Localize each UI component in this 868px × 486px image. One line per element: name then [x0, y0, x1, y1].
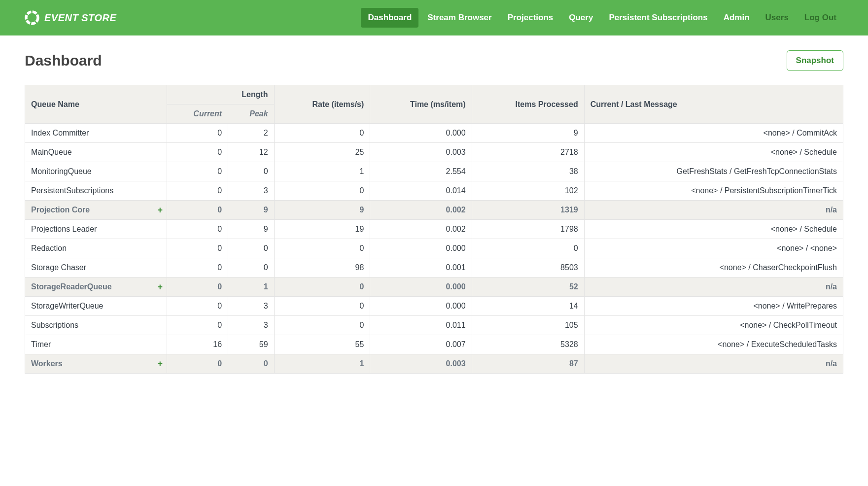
nav-link-persistent-subscriptions[interactable]: Persistent Subscriptions [602, 8, 714, 28]
queue-time: 0.014 [370, 181, 472, 201]
queue-rate: 9 [274, 201, 370, 220]
brand-text: EVENT STORE [44, 12, 116, 24]
nav-link-admin[interactable]: Admin [717, 8, 757, 28]
nav-links: DashboardStream BrowserProjectionsQueryP… [361, 8, 843, 28]
queue-message: n/a [584, 354, 843, 374]
table-row: Redaction0000.0000<none> / <none> [25, 239, 843, 258]
nav-link-query[interactable]: Query [562, 8, 600, 28]
queue-rate: 1 [274, 354, 370, 374]
queue-message: <none> / CommitAck [584, 124, 843, 143]
table-row: Index Committer0200.0009<none> / CommitA… [25, 124, 843, 143]
queue-length-peak: 9 [228, 201, 274, 220]
queue-message: <none> / ChaserCheckpointFlush [584, 258, 843, 278]
nav-link-projections[interactable]: Projections [501, 8, 560, 28]
queue-length-peak: 3 [228, 316, 274, 335]
nav-link-users[interactable]: Users [759, 8, 796, 28]
queue-message: <none> / PersistentSubscriptionTimerTick [584, 181, 843, 201]
queue-name-cell: MainQueue [25, 143, 167, 162]
col-queue-name: Queue Name [25, 85, 167, 124]
table-body: Index Committer0200.0009<none> / CommitA… [25, 124, 843, 374]
table-row: MonitoringQueue0012.55438GetFreshStats /… [25, 162, 843, 181]
table-row: Timer1659550.0075328<none> / ExecuteSche… [25, 335, 843, 354]
top-nav: EVENT STORE DashboardStream BrowserProje… [0, 0, 868, 35]
queue-items-processed: 52 [472, 278, 584, 297]
nav-link-log-out[interactable]: Log Out [798, 8, 843, 28]
queue-name-text: MainQueue [31, 148, 72, 156]
queue-items-processed: 1798 [472, 220, 584, 239]
queue-time: 0.000 [370, 239, 472, 258]
queue-time: 0.011 [370, 316, 472, 335]
page-title: Dashboard [25, 52, 102, 69]
queue-length-peak: 0 [228, 258, 274, 278]
queue-time: 0.002 [370, 201, 472, 220]
queue-name-cell[interactable]: StorageReaderQueue+ [25, 278, 167, 297]
queue-name-text: Timer [31, 340, 51, 348]
queue-message: <none> / Schedule [584, 220, 843, 239]
queue-rate: 0 [274, 297, 370, 316]
nav-link-stream-browser[interactable]: Stream Browser [420, 8, 498, 28]
table-row: StorageReaderQueue+0100.00052n/a [25, 278, 843, 297]
queue-length-current: 0 [167, 239, 228, 258]
queue-name-cell[interactable]: Workers+ [25, 354, 167, 374]
snapshot-button[interactable]: Snapshot [787, 50, 843, 71]
svg-point-0 [26, 12, 38, 24]
queue-time: 0.003 [370, 354, 472, 374]
queue-name-text: StorageWriterQueue [31, 302, 103, 310]
queue-name-cell: PersistentSubscriptions [25, 181, 167, 201]
queue-name-text: PersistentSubscriptions [31, 186, 113, 195]
expand-icon[interactable]: + [158, 205, 163, 215]
queue-length-current: 0 [167, 258, 228, 278]
queue-time: 0.000 [370, 124, 472, 143]
queue-items-processed: 9 [472, 124, 584, 143]
queue-items-processed: 105 [472, 316, 584, 335]
nav-link-dashboard[interactable]: Dashboard [361, 8, 418, 28]
queue-length-current: 0 [167, 297, 228, 316]
expand-icon[interactable]: + [158, 359, 163, 369]
queue-length-peak: 0 [228, 239, 274, 258]
queue-rate: 0 [274, 181, 370, 201]
page-header: Dashboard Snapshot [25, 50, 843, 71]
queue-message: n/a [584, 278, 843, 297]
queue-length-current: 0 [167, 220, 228, 239]
table-row: StorageWriterQueue0300.00014<none> / Wri… [25, 297, 843, 316]
col-length-current: Current [167, 104, 228, 124]
queue-time: 0.002 [370, 220, 472, 239]
queue-length-current: 16 [167, 335, 228, 354]
table-row: MainQueue012250.0032718<none> / Schedule [25, 143, 843, 162]
table-row: Subscriptions0300.011105<none> / CheckPo… [25, 316, 843, 335]
queue-length-peak: 1 [228, 278, 274, 297]
queue-length-current: 0 [167, 162, 228, 181]
queue-length-peak: 2 [228, 124, 274, 143]
content-area: Dashboard Snapshot Queue Name Length Rat… [0, 35, 868, 388]
queue-rate: 0 [274, 239, 370, 258]
queue-name-cell: Redaction [25, 239, 167, 258]
queue-name-cell[interactable]: Projection Core+ [25, 201, 167, 220]
queue-name-text: Projections Leader [31, 225, 97, 233]
queue-message: <none> / Schedule [584, 143, 843, 162]
queue-name-text: StorageReaderQueue [31, 282, 112, 291]
table-header: Queue Name Length Rate (items/s) Time (m… [25, 85, 843, 124]
queue-time: 0.007 [370, 335, 472, 354]
queue-name-text: MonitoringQueue [31, 167, 92, 175]
queue-items-processed: 0 [472, 239, 584, 258]
table-row: Projection Core+0990.0021319n/a [25, 201, 843, 220]
queue-items-processed: 38 [472, 162, 584, 181]
queue-message: GetFreshStats / GetFreshTcpConnectionSta… [584, 162, 843, 181]
queue-name-cell: Projections Leader [25, 220, 167, 239]
queue-rate: 1 [274, 162, 370, 181]
brand-logo[interactable]: EVENT STORE [25, 10, 116, 25]
queue-name-text: Workers [31, 359, 63, 368]
col-items-processed: Items Processed [472, 85, 584, 124]
queue-time: 0.003 [370, 143, 472, 162]
queue-rate: 98 [274, 258, 370, 278]
queue-message: <none> / <none> [584, 239, 843, 258]
queue-time: 0.001 [370, 258, 472, 278]
col-length-peak: Peak [228, 104, 274, 124]
queue-name-cell: Timer [25, 335, 167, 354]
queue-length-current: 0 [167, 143, 228, 162]
expand-icon[interactable]: + [158, 282, 163, 292]
queue-rate: 0 [274, 124, 370, 143]
queue-name-text: Index Committer [31, 129, 89, 137]
queue-length-peak: 59 [228, 335, 274, 354]
queue-items-processed: 87 [472, 354, 584, 374]
